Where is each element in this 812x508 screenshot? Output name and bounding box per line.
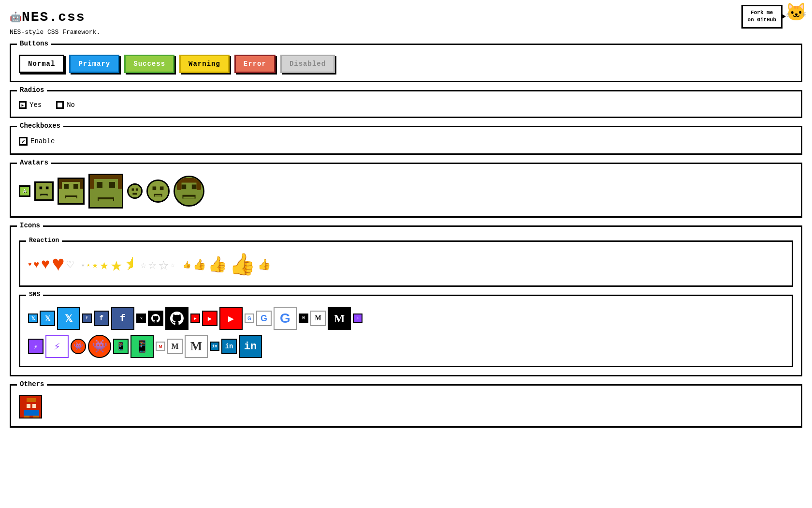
avatar-lg-circle-svg (175, 177, 203, 206)
reddit-md-icon: 👾 (88, 335, 111, 358)
avatar-md-circle (146, 179, 170, 203)
btn-success[interactable]: Success (124, 55, 174, 73)
svg-rect-13 (90, 175, 122, 207)
svg-rect-29 (155, 195, 161, 197)
svg-rect-10 (59, 179, 83, 182)
gmail-sm-icon: M (167, 339, 183, 354)
radios-legend: Radios (17, 86, 47, 94)
svg-rect-19 (90, 175, 94, 189)
avatar-sm-circle-svg (129, 184, 141, 198)
svg-rect-4 (41, 195, 46, 196)
fork-line2: on GitHub (748, 17, 776, 23)
sns-row-2: ⚡ ⚡ 👾 👾 📱 📱 M M M in in in (28, 335, 784, 358)
svg-point-21 (129, 185, 141, 197)
svg-rect-22 (132, 188, 134, 191)
fork-me-badge[interactable]: Fork me on GitHub 🐱 (741, 5, 807, 29)
gmail-md-icon: M (185, 335, 208, 358)
svg-rect-14 (97, 182, 102, 188)
checkbox-enable-indicator: ✔ (19, 137, 28, 146)
star-outline-sm-icon: ☆ (141, 259, 146, 271)
thumb-lg-icon: 👍 (229, 252, 256, 278)
star-outline-md-icon: ☆ (148, 256, 157, 273)
github-xs-icon: ⌥ (136, 314, 146, 323)
svg-rect-9 (66, 197, 76, 198)
reaction-icons-row: ♥ ♥ ♥ ♥ ♡ ★ ★ ★ ★ ★ ⯨ ☆ ☆ ☆ ☆ 👍 👍 👍 👍 👍 (28, 252, 784, 278)
thumb-outline-icon: 👍 (258, 258, 271, 271)
twitter-md-icon: 𝕏 (57, 307, 80, 330)
svg-rect-20 (118, 175, 122, 189)
btn-primary[interactable]: Primary (69, 55, 119, 73)
checkboxes-row: ✔ Enable (19, 137, 793, 146)
checkboxes-section: Checkboxes ✔ Enable (10, 126, 802, 155)
svg-rect-45 (27, 398, 36, 402)
btn-normal[interactable]: Normal (19, 55, 64, 73)
svg-rect-49 (24, 410, 39, 416)
others-legend: Others (17, 380, 47, 388)
svg-rect-5 (59, 179, 83, 203)
github-cat-icon: 🐱 (785, 5, 807, 22)
svg-rect-34 (183, 197, 194, 199)
whatsapp-sm-icon: 📱 (113, 339, 129, 354)
radio-yes[interactable]: Yes (19, 101, 42, 109)
star-sm-icon: ★ (92, 259, 98, 271)
svg-rect-48 (32, 404, 36, 408)
checkbox-enable-label: Enable (30, 137, 55, 145)
btn-error[interactable]: Error (234, 55, 276, 73)
svg-rect-23 (136, 188, 138, 191)
svg-rect-24 (132, 193, 137, 195)
btn-warning[interactable]: Warning (179, 55, 230, 73)
svg-rect-1 (40, 187, 43, 190)
svg-rect-26 (153, 186, 157, 190)
avatar-xs-label: A (23, 189, 26, 194)
reaction-legend: Reaction (26, 237, 62, 244)
avatar-sm-face-svg (36, 182, 52, 200)
heart-outline-icon: ♡ (67, 258, 73, 272)
svg-rect-18 (90, 175, 122, 179)
buttons-legend: Buttons (17, 40, 51, 47)
reaction-subsection: Reaction ♥ ♥ ♥ ♥ ♡ ★ ★ ★ ★ ★ ⯨ ☆ ☆ ☆ ☆ 👍… (19, 240, 793, 287)
avatars-section: Avatars A (10, 163, 802, 218)
github-sm-icon (148, 311, 163, 326)
avatar-sm-square (34, 181, 54, 201)
svg-rect-27 (160, 186, 164, 190)
linkedin-md-icon: in (239, 335, 262, 358)
logo-robot-icon: 🤖 (10, 11, 22, 23)
radio-no-label: No (67, 101, 75, 109)
twitch-sm-icon: ⚡ (28, 339, 44, 354)
avatar-md-face-svg (59, 179, 83, 203)
heart-md-icon: ♥ (41, 256, 50, 273)
svg-rect-2 (46, 187, 49, 190)
icons-section: Icons Reaction ♥ ♥ ♥ ♥ ♡ ★ ★ ★ ★ ★ ⯨ ☆ ☆… (10, 225, 802, 376)
radio-no[interactable]: No (56, 101, 75, 109)
svg-rect-12 (80, 179, 83, 189)
twitter-xs-icon: 𝕏 (28, 314, 38, 323)
checkboxes-legend: Checkboxes (17, 122, 63, 130)
thumb-sm-icon: 👍 (193, 258, 206, 271)
gmail-xs-icon: M (156, 342, 165, 351)
page-subtitle: NES-style CSS Framework. (10, 29, 802, 36)
medium-md-icon: M (328, 307, 351, 330)
svg-rect-11 (59, 179, 62, 189)
buttons-row: Normal Primary Success Warning Error Dis… (19, 55, 793, 73)
checkbox-enable[interactable]: ✔ Enable (19, 137, 55, 146)
svg-point-25 (148, 181, 168, 201)
google-md-icon: G (274, 307, 297, 330)
linkedin-xs-icon: in (210, 342, 219, 351)
sns-legend: SNS (26, 291, 43, 298)
facebook-sm-icon: f (94, 311, 109, 326)
avatars-row: A (19, 174, 793, 209)
radios-row: Yes No (19, 101, 793, 109)
star-md-icon: ★ (100, 256, 109, 274)
star-outline-lg-icon: ☆ (159, 254, 169, 275)
avatar-md-square (58, 178, 85, 205)
svg-rect-47 (27, 404, 30, 408)
avatar-xs-text: A (19, 185, 30, 197)
svg-rect-35 (179, 178, 200, 183)
radio-yes-indicator (19, 101, 27, 109)
svg-rect-17 (99, 199, 113, 201)
star-outline-xs2-icon: ☆ (171, 261, 174, 269)
svg-rect-37 (196, 181, 201, 190)
github-md-icon (165, 307, 188, 330)
others-avatar (19, 395, 42, 418)
twitter-sm-icon: 𝕏 (40, 311, 55, 326)
